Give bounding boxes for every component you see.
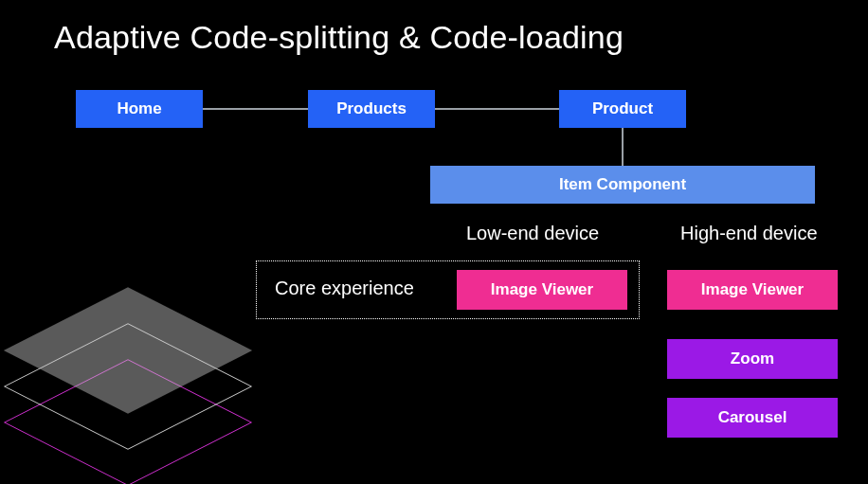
module-high-image-viewer: Image Viewer bbox=[667, 270, 838, 310]
module-low-image-viewer: Image Viewer bbox=[457, 270, 627, 310]
node-home: Home bbox=[76, 90, 203, 128]
module-high-carousel: Carousel bbox=[667, 398, 838, 438]
connector-product-item bbox=[622, 128, 624, 166]
node-product: Product bbox=[559, 90, 686, 128]
page-title: Adaptive Code-splitting & Code-loading bbox=[54, 19, 624, 56]
node-products: Products bbox=[308, 90, 435, 128]
node-item-component: Item Component bbox=[430, 166, 815, 204]
connector-products-product bbox=[435, 108, 559, 110]
label-high-end: High-end device bbox=[680, 223, 818, 244]
connector-home-products bbox=[203, 108, 308, 110]
label-core-experience: Core experience bbox=[275, 278, 414, 299]
label-low-end: Low-end device bbox=[466, 223, 599, 244]
layers-icon bbox=[19, 275, 237, 474]
module-high-zoom: Zoom bbox=[667, 339, 838, 379]
